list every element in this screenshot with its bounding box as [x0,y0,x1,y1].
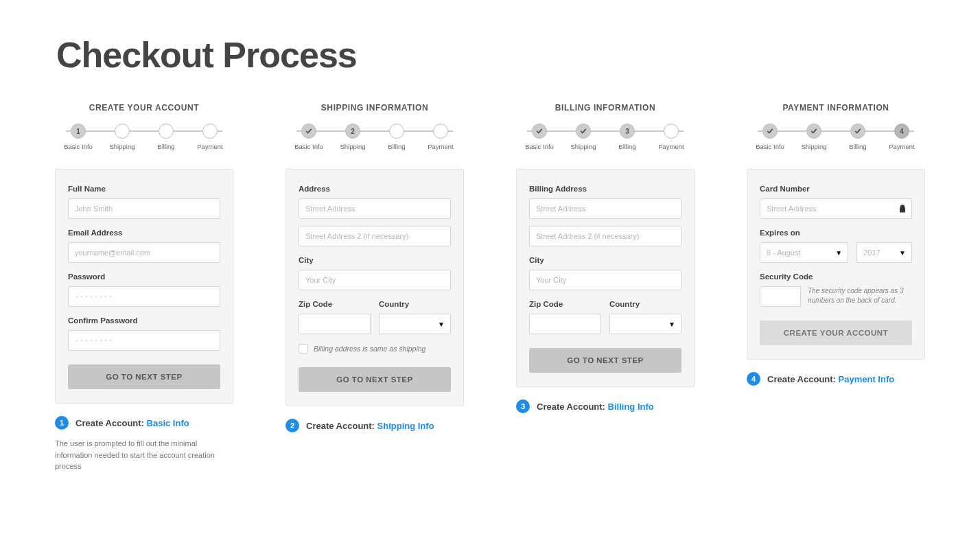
expiry-year-select[interactable] [856,242,912,263]
city-label: City [529,256,681,264]
step-label: Basic Info [64,143,93,150]
panel-caption: 4 Create Account: Payment Info [747,372,925,386]
country-label: Country [379,300,451,308]
city-label: City [299,256,451,264]
city-input[interactable] [299,270,451,290]
step-label: Billing [618,143,635,150]
caption-link: Billing Info [608,402,654,412]
same-as-shipping-checkbox[interactable] [299,344,308,353]
form-card: Billing Address City Zip Code Country ▼ [516,169,695,387]
city-input[interactable] [529,270,681,290]
password-label: Password [68,272,220,281]
step-payment: 4 Payment [880,124,924,150]
confirm-password-label: Confirm Password [68,316,220,325]
check-icon [806,124,821,139]
country-select[interactable] [609,314,681,334]
security-code-label: Security Code [760,272,912,281]
panel-title: BILLING INFORMATION [516,103,695,113]
step-label: Shipping [802,143,827,150]
check-icon [576,124,591,139]
panel-basic-info: CREATE YOUR ACCOUNT 1 Basic Info Shippin… [55,103,233,472]
step-basic-info: Basic Info [287,124,331,150]
step-shipping: Shipping [561,124,605,150]
step-payment: Payment [649,124,693,150]
security-code-hint: The security code appears as 3 numbers o… [801,286,912,305]
caption-link: Payment Info [839,374,895,384]
step-billing: Billing [836,124,880,150]
step-circle-2: 2 [345,124,360,139]
progress-stepper: 1 Basic Info Shipping Billing Payment [56,124,232,154]
step-label: Payment [197,143,223,150]
next-step-button[interactable]: GO TO NEXT STEP [529,348,681,373]
panel-description: The user is prompted to fill out the min… [55,438,233,472]
full-name-label: Full Name [68,185,220,193]
step-label: Payment [428,143,454,150]
step-label: Shipping [110,143,135,150]
progress-stepper: Basic Info Shipping 3 Billing Payment [517,124,693,154]
step-circle-4 [433,124,448,139]
create-account-button[interactable]: CREATE YOUR ACCOUNT [760,321,912,345]
check-icon [532,124,547,139]
billing-address-input-2[interactable] [529,226,681,246]
address-label: Address [299,185,451,193]
form-card: Full Name Email Address Password Confirm… [55,169,233,404]
email-label: Email Address [68,229,220,237]
step-label: Payment [658,143,684,150]
step-circle-3 [159,124,174,139]
email-input[interactable] [68,242,220,263]
full-name-input[interactable] [68,198,220,219]
step-label: Shipping [571,143,596,150]
form-card: Card Number Expires on ▼ [747,169,925,360]
panel-billing: BILLING INFORMATION Basic Info Shipping … [516,103,695,472]
caption-prefix: Create Account: [75,418,147,428]
confirm-password-input[interactable] [68,330,220,351]
step-label: Billing [388,143,405,150]
card-number-input[interactable] [760,198,912,219]
step-circle-3 [389,124,404,139]
card-number-label: Card Number [760,185,912,193]
step-basic-info: Basic Info [517,124,561,150]
next-step-button[interactable]: GO TO NEXT STEP [68,364,220,389]
step-circle-4 [664,124,679,139]
step-billing: Billing [144,124,188,150]
country-label: Country [609,300,681,308]
next-step-button[interactable]: GO TO NEXT STEP [299,367,451,392]
zip-label: Zip Code [299,300,371,308]
page-title: Checkout Process [56,34,925,75]
step-label: Billing [849,143,866,150]
caption-prefix: Create Account: [767,374,839,384]
form-card: Address City Zip Code Country ▼ [285,169,464,406]
expires-label: Expires on [760,229,912,237]
billing-address-input-1[interactable] [529,198,681,219]
progress-stepper: Basic Info Shipping Billing 4 Payment [748,124,924,154]
address-input-2[interactable] [299,226,451,246]
caption-badge: 4 [747,372,760,386]
caption-badge: 1 [55,416,69,430]
check-icon [301,124,316,139]
step-shipping: 2 Shipping [331,124,375,150]
security-code-input[interactable] [760,286,801,307]
step-circle-1: 1 [71,124,86,139]
panel-shipping: SHIPPING INFORMATION Basic Info 2 Shippi… [285,103,464,472]
check-icon [850,124,865,139]
expiry-month-select[interactable] [760,242,848,263]
caption-badge: 3 [516,399,530,413]
zip-input[interactable] [299,314,371,334]
step-label: Shipping [340,143,366,150]
step-circle-4 [202,124,218,139]
caption-prefix: Create Account: [306,421,377,431]
step-label: Basic Info [294,143,323,150]
step-basic-info: Basic Info [748,124,792,150]
panels-row: CREATE YOUR ACCOUNT 1 Basic Info Shippin… [55,103,925,472]
caption-link: Shipping Info [377,421,434,431]
country-select[interactable] [379,314,451,334]
address-input-1[interactable] [299,198,451,219]
caption-prefix: Create Account: [537,402,608,412]
panel-payment: PAYMENT INFORMATION Basic Info Shipping … [747,103,925,472]
step-payment: Payment [419,124,463,150]
caption-link: Basic Info [147,418,189,428]
panel-title: SHIPPING INFORMATION [285,103,464,113]
password-input[interactable] [68,286,220,307]
zip-input[interactable] [529,314,601,334]
panel-title: PAYMENT INFORMATION [747,103,925,113]
